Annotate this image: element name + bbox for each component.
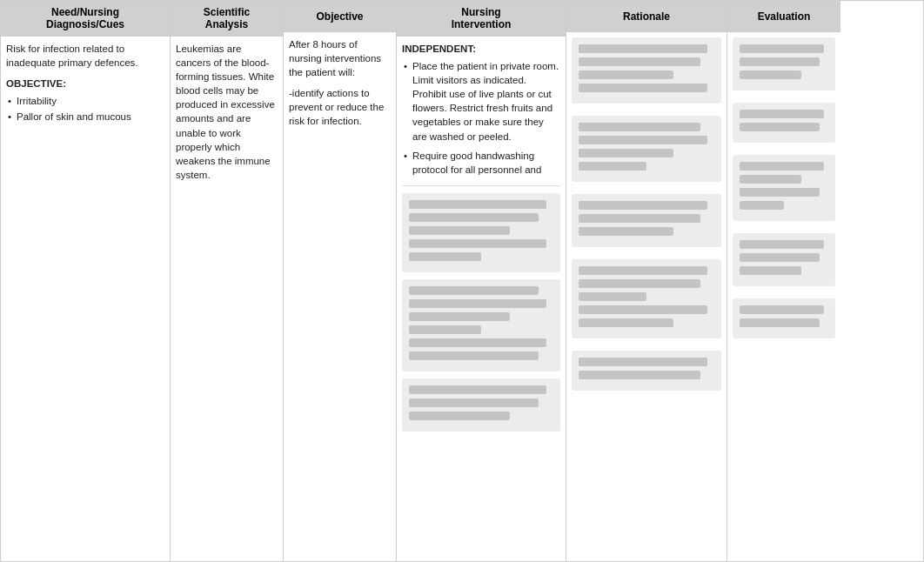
col-nursing-header-line1: Nursing: [452, 6, 512, 18]
independent-label: INDEPENDENT:: [402, 42, 560, 56]
e-blur-7: [740, 175, 801, 184]
col-rationale: Rationale: [566, 1, 727, 561]
blur-13: [409, 398, 539, 407]
e-blur-13: [740, 305, 824, 314]
objective-sub-text: -identify actions to prevent or reduce t…: [289, 86, 391, 128]
eval-blurred-1: [733, 37, 835, 90]
blur-1: [409, 200, 546, 209]
r-blur-5: [579, 123, 700, 131]
col-objective: Objective After 8 hours of nursing inter…: [284, 1, 397, 561]
eval-blurred-3: [733, 155, 835, 221]
nursing-blurred-section-2: [402, 279, 560, 371]
r-blur-14: [579, 292, 646, 301]
e-blur-2: [740, 57, 820, 66]
scientific-main-text: Leukemias are cancers of the blood-formi…: [176, 42, 278, 182]
col-need-header: Need/Nursing Diagnosis/Cues: [1, 1, 170, 37]
nursing-bullet-2: Require good handwashing protocol for al…: [402, 149, 560, 177]
nursing-bullets: Place the patient in private room. Limit…: [402, 59, 560, 178]
r-blur-6: [579, 136, 707, 144]
blur-2: [409, 213, 539, 222]
col-evaluation-header: Evaluation: [727, 1, 840, 32]
col-rationale-header-line1: Rationale: [623, 10, 670, 23]
rationale-blurred-5: [572, 351, 721, 391]
e-blur-1: [740, 44, 824, 53]
r-blur-17: [579, 358, 707, 366]
page-container: Need/Nursing Diagnosis/Cues Risk for inf…: [0, 0, 924, 562]
col-nursing: Nursing Intervention INDEPENDENT: Place …: [397, 1, 566, 561]
r-blur-18: [579, 371, 700, 379]
blur-4: [409, 239, 546, 248]
need-bullet-2: Pallor of skin and mucous: [6, 110, 164, 124]
col-scientific: Scientific Analysis Leukemias are cancer…: [171, 1, 284, 561]
r-blur-16: [579, 318, 673, 327]
nursing-blurred-section-3: [402, 378, 560, 432]
rationale-blurred-4: [572, 259, 721, 338]
col-need: Need/Nursing Diagnosis/Cues Risk for inf…: [1, 1, 171, 561]
col-scientific-content: Leukemias are cancers of the blood-formi…: [171, 37, 283, 561]
eval-blurred-4: [733, 233, 835, 286]
blur-8: [409, 312, 510, 321]
blur-3: [409, 226, 510, 235]
blur-14: [409, 411, 510, 420]
col-objective-content: After 8 hours of nursing interventions t…: [284, 32, 396, 561]
e-blur-11: [740, 253, 820, 262]
r-blur-4: [579, 84, 707, 92]
blur-6: [409, 286, 539, 295]
objective-main-text: After 8 hours of nursing interventions t…: [289, 37, 391, 79]
need-bullet-1: Irritability: [6, 94, 164, 108]
col-evaluation-header-line1: Evaluation: [758, 10, 811, 23]
r-blur-9: [579, 201, 707, 210]
e-blur-3: [740, 70, 801, 79]
col-scientific-header-line2: Analysis: [204, 18, 250, 30]
e-blur-9: [740, 201, 784, 210]
objective-label: OBJECTIVE:: [6, 77, 164, 90]
col-need-header-line2: Diagnosis/Cues: [46, 18, 124, 30]
blur-12: [409, 385, 546, 394]
col-need-content: Risk for infection related to inadequate…: [1, 37, 170, 561]
need-bullets: Irritability Pallor of skin and mucous: [6, 94, 164, 124]
r-blur-3: [579, 70, 673, 79]
blur-11: [409, 351, 539, 360]
e-blur-6: [740, 162, 824, 171]
col-evaluation: Evaluation: [727, 1, 840, 561]
e-blur-5: [740, 123, 820, 131]
rationale-blurred-2: [572, 116, 721, 182]
eval-blurred-2: [733, 103, 835, 143]
nursing-bullet-1: Place the patient in private room. Limit…: [402, 59, 560, 144]
nursing-blurred-section-1: [402, 193, 560, 272]
col-nursing-header: Nursing Intervention: [397, 1, 566, 37]
care-plan-table: Need/Nursing Diagnosis/Cues Risk for inf…: [0, 0, 924, 562]
col-scientific-header: Scientific Analysis: [171, 1, 283, 37]
e-blur-10: [740, 240, 824, 249]
e-blur-8: [740, 188, 820, 197]
col-scientific-header-line1: Scientific: [204, 6, 250, 18]
r-blur-13: [579, 279, 700, 288]
col-objective-header-line1: Objective: [316, 10, 363, 23]
r-blur-11: [579, 227, 673, 236]
e-blur-14: [740, 318, 820, 327]
blur-5: [409, 252, 481, 261]
r-blur-10: [579, 214, 700, 223]
col-rationale-header: Rationale: [566, 1, 726, 32]
r-blur-12: [579, 266, 707, 275]
blur-10: [409, 338, 546, 347]
rationale-blurred-3: [572, 194, 721, 247]
col-nursing-header-line2: Intervention: [452, 18, 512, 30]
col-rationale-content: [566, 32, 726, 561]
e-blur-12: [740, 266, 801, 275]
col-need-header-line1: Need/Nursing: [46, 6, 124, 18]
eval-blurred-5: [733, 298, 835, 338]
col-objective-header: Objective: [284, 1, 396, 32]
blur-9: [409, 325, 481, 334]
blur-7: [409, 299, 546, 308]
col-evaluation-content: [727, 32, 840, 561]
r-blur-7: [579, 149, 673, 157]
col-nursing-content: INDEPENDENT: Place the patient in privat…: [397, 37, 566, 561]
r-blur-15: [579, 305, 707, 314]
e-blur-4: [740, 110, 824, 118]
need-main-text: Risk for infection related to inadequate…: [6, 42, 164, 70]
r-blur-2: [579, 57, 700, 66]
rationale-blurred-1: [572, 37, 721, 104]
section-divider-1: [402, 185, 560, 186]
r-blur-1: [579, 44, 707, 53]
